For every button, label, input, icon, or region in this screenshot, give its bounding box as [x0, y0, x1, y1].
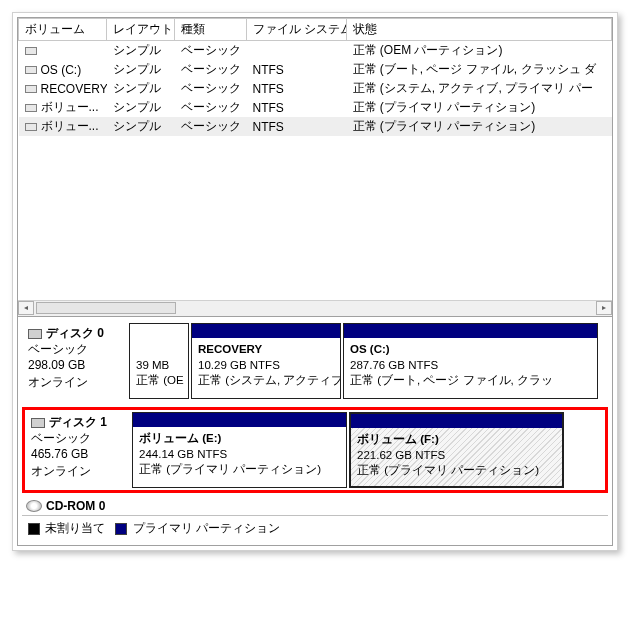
disk-label: ディスク 1ベーシック465.76 GBオンライン [27, 412, 132, 488]
cdrom-icon [26, 500, 42, 512]
volume-icon [25, 47, 37, 55]
volume-icon [25, 85, 37, 93]
disk-row: ディスク 0ベーシック298.09 GBオンライン39 MB正常 (OERECO… [22, 321, 608, 401]
col-type[interactable]: 種類 [175, 19, 247, 41]
disk-row: ディスク 1ベーシック465.76 GBオンラインボリューム (E:)244.1… [22, 407, 608, 493]
volume-list[interactable]: ボリューム レイアウト 種類 ファイル システム 状態 シンプルベーシック正常 … [17, 17, 613, 317]
cdrom-row[interactable]: CD-ROM 0 [22, 499, 608, 513]
column-header-row[interactable]: ボリューム レイアウト 種類 ファイル システム 状態 [19, 19, 612, 41]
disk-label: ディスク 0ベーシック298.09 GBオンライン [24, 323, 129, 399]
disk-icon [28, 329, 42, 339]
partition[interactable]: 39 MB正常 (OE [129, 323, 189, 399]
scroll-right-icon[interactable]: ▸ [596, 301, 612, 315]
col-filesystem[interactable]: ファイル システム [247, 19, 347, 41]
partition[interactable]: OS (C:)287.76 GB NTFS正常 (ブート, ページ ファイル, … [343, 323, 598, 399]
disk-icon [31, 418, 45, 428]
cdrom-title: CD-ROM 0 [46, 499, 105, 513]
table-row[interactable]: ボリュー...シンプルベーシックNTFS正常 (プライマリ パーティション) [19, 98, 612, 117]
table-row[interactable]: シンプルベーシック正常 (OEM パーティション) [19, 41, 612, 61]
volume-icon [25, 66, 37, 74]
disk-management-window: ボリューム レイアウト 種類 ファイル システム 状態 シンプルベーシック正常 … [12, 12, 618, 551]
legend-primary: プライマリ パーティション [133, 521, 280, 535]
col-status[interactable]: 状態 [347, 19, 612, 41]
legend-swatch-unallocated [28, 523, 40, 535]
legend: 未割り当て プライマリ パーティション [22, 515, 608, 541]
legend-unallocated: 未割り当て [45, 521, 105, 535]
legend-swatch-primary [115, 523, 127, 535]
col-volume[interactable]: ボリューム [19, 19, 107, 41]
partition[interactable]: ボリューム (F:)221.62 GB NTFS正常 (プライマリ パーティショ… [349, 412, 564, 488]
scroll-left-icon[interactable]: ◂ [18, 301, 34, 315]
scroll-track[interactable] [34, 301, 596, 316]
horizontal-scrollbar[interactable]: ◂ ▸ [18, 300, 612, 316]
table-row[interactable]: ボリュー...シンプルベーシックNTFS正常 (プライマリ パーティション) [19, 117, 612, 136]
col-layout[interactable]: レイアウト [107, 19, 175, 41]
table-row[interactable]: OS (C:)シンプルベーシックNTFS正常 (ブート, ページ ファイル, ク… [19, 60, 612, 79]
disk-graphic-area: ディスク 0ベーシック298.09 GBオンライン39 MB正常 (OERECO… [17, 317, 613, 546]
table-row[interactable]: RECOVERYシンプルベーシックNTFS正常 (システム, アクティブ, プラ… [19, 79, 612, 98]
partition[interactable]: ボリューム (E:)244.14 GB NTFS正常 (プライマリ パーティショ… [132, 412, 347, 488]
volume-icon [25, 123, 37, 131]
volume-icon [25, 104, 37, 112]
partition[interactable]: RECOVERY10.29 GB NTFS正常 (システム, アクティブ [191, 323, 341, 399]
scroll-thumb[interactable] [36, 302, 176, 314]
